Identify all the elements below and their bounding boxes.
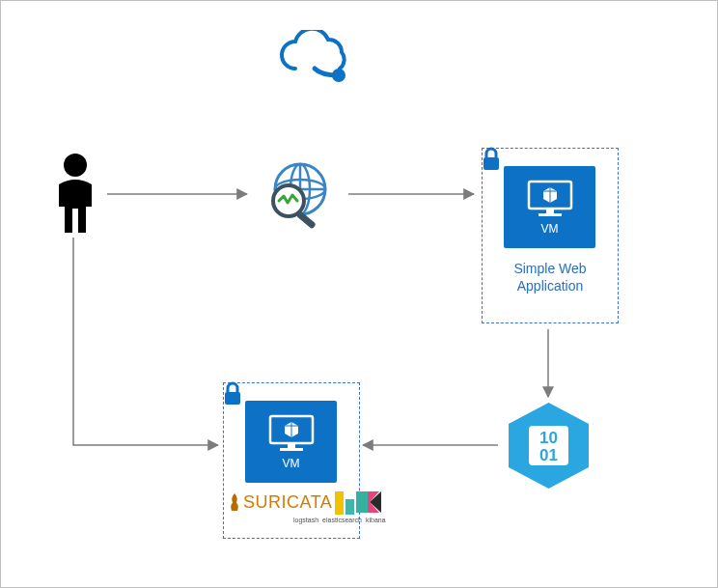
architecture-diagram: VM Simple WebApplication 10 01 VM <box>0 0 718 588</box>
ids-group: VM SURICATA logstash elasticsearch kiban… <box>223 382 360 539</box>
suricata-logo: SURICATA <box>228 491 332 513</box>
logos-row: SURICATA <box>228 490 383 515</box>
svg-rect-25 <box>356 491 368 513</box>
monitor-icon <box>527 180 573 218</box>
lek-sublabels: logstash elasticsearch kibana <box>293 517 386 523</box>
network-watcher-icon <box>252 160 348 233</box>
svg-rect-13 <box>483 157 499 170</box>
web-app-caption: Simple WebApplication <box>483 260 618 294</box>
storage-binary-icon: 10 01 <box>503 400 594 491</box>
vm-label: VM <box>283 457 300 470</box>
vm-box: VM <box>504 166 595 248</box>
svg-point-5 <box>64 154 87 177</box>
lock-icon <box>222 381 243 406</box>
cloud-icon <box>271 30 358 88</box>
lock-icon <box>481 147 502 172</box>
user-icon <box>49 151 102 238</box>
lek-logo <box>335 490 383 515</box>
svg-rect-23 <box>288 443 295 448</box>
svg-rect-15 <box>546 209 554 213</box>
monitor-icon <box>268 414 315 453</box>
svg-text:01: 01 <box>539 446 558 464</box>
svg-rect-24 <box>280 448 303 451</box>
web-app-group: VM Simple WebApplication <box>482 148 619 323</box>
vm-label: VM <box>541 222 559 236</box>
svg-text:10: 10 <box>539 429 558 447</box>
vm-box: VM <box>245 401 337 483</box>
svg-rect-16 <box>538 213 562 216</box>
svg-rect-21 <box>225 392 240 405</box>
